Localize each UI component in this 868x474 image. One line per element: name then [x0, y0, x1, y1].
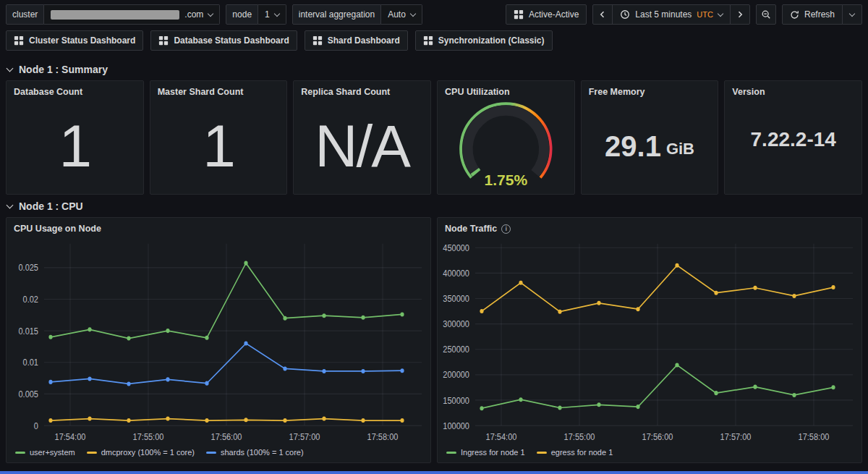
- svg-text:350000: 350000: [443, 293, 469, 304]
- panel-node-traffic: Node Traffic i 1000001500002000002500003…: [437, 217, 862, 463]
- stat-value: N/A: [294, 98, 430, 194]
- panel-title[interactable]: Free Memory: [582, 81, 718, 98]
- svg-text:17:57:00: 17:57:00: [720, 431, 752, 442]
- time-back-button[interactable]: [592, 4, 613, 25]
- active-active-label: Active-Active: [529, 9, 579, 20]
- chart-legend: user+systemdmcproxy (100% = 1 core)shard…: [7, 446, 430, 462]
- svg-text:100000: 100000: [443, 420, 469, 431]
- cpu-gauge: 1.75%: [438, 98, 574, 194]
- chevron-down-icon: [849, 10, 855, 16]
- chevron-down-icon: [7, 65, 14, 72]
- refresh-label: Refresh: [804, 9, 835, 20]
- stat-value: 29.1 GiB: [582, 98, 718, 194]
- legend-item[interactable]: dmcproxy (100% = 1 core): [87, 448, 195, 457]
- chevron-left-icon: [598, 10, 607, 19]
- link-label: Database Status Dashboard: [174, 35, 289, 46]
- chevron-down-icon: [274, 10, 280, 16]
- magnifier-minus-icon: [761, 9, 771, 20]
- svg-text:17:58:00: 17:58:00: [799, 431, 830, 442]
- legend-item[interactable]: shards (100% = 1 core): [206, 448, 304, 457]
- interval-aggregation-select[interactable]: Auto: [381, 4, 422, 25]
- node-select[interactable]: 1: [258, 4, 286, 25]
- link-label: Synchronization (Classic): [438, 35, 545, 46]
- grid-icon: [312, 35, 323, 46]
- link-database-status-dashboard[interactable]: Database Status Dashboard: [150, 30, 297, 51]
- panel-title[interactable]: CPU Utilization: [438, 81, 574, 98]
- svg-text:17:57:00: 17:57:00: [289, 431, 320, 442]
- grid-icon: [514, 9, 524, 20]
- section-summary-header[interactable]: Node 1 : Summary: [0, 58, 868, 80]
- chart-title: CPU Usage on Node: [14, 224, 101, 234]
- svg-text:250000: 250000: [443, 344, 469, 355]
- svg-text:17:55:00: 17:55:00: [564, 431, 595, 442]
- topbar: cluster .com node 1 interval aggregation…: [0, 0, 868, 27]
- cluster-variable: cluster .com: [6, 4, 220, 25]
- svg-text:0.025: 0.025: [18, 263, 38, 274]
- svg-text:300000: 300000: [443, 318, 469, 329]
- refresh-button[interactable]: Refresh: [782, 4, 843, 25]
- legend-color-dash: [15, 452, 25, 454]
- time-forward-button[interactable]: [730, 4, 750, 25]
- svg-text:0.02: 0.02: [23, 294, 39, 305]
- svg-text:17:55:00: 17:55:00: [133, 431, 164, 442]
- panel-title[interactable]: Node Traffic i: [438, 218, 861, 235]
- info-icon[interactable]: i: [501, 224, 511, 234]
- svg-text:17:54:00: 17:54:00: [55, 431, 86, 442]
- link-label: Shard Dashboard: [328, 35, 400, 46]
- panel-replica-shard-count: Replica Shard Count N/A: [293, 80, 431, 195]
- svg-text:17:58:00: 17:58:00: [367, 431, 399, 442]
- chevron-right-icon: [736, 10, 744, 19]
- panel-title[interactable]: CPU Usage on Node: [7, 218, 430, 235]
- panel-title[interactable]: Replica Shard Count: [294, 81, 430, 98]
- svg-text:200000: 200000: [443, 370, 469, 381]
- svg-text:0.01: 0.01: [23, 357, 39, 368]
- interval-aggregation-value: Auto: [388, 9, 406, 20]
- refresh-controls: Refresh: [782, 4, 862, 25]
- legend-item[interactable]: user+system: [15, 448, 75, 457]
- dashboard-links: Cluster Status Dashboard Database Status…: [0, 27, 868, 58]
- legend-color-dash: [537, 452, 547, 454]
- chevron-down-icon: [208, 10, 213, 16]
- refresh-interval-dropdown[interactable]: [842, 4, 862, 25]
- panel-title[interactable]: Database Count: [7, 81, 143, 98]
- chart-title: Node Traffic: [445, 224, 497, 234]
- section-cpu-header[interactable]: Node 1 : CPU: [0, 195, 868, 217]
- cluster-value-suffix: .com: [184, 9, 203, 20]
- summary-panels-row: Database Count 1 Master Shard Count 1 Re…: [0, 80, 868, 195]
- cluster-select[interactable]: .com: [44, 4, 220, 25]
- stat-value: 7.22.2-14: [725, 85, 861, 194]
- stat-value: 1: [7, 98, 143, 194]
- free-memory-unit: GiB: [666, 140, 694, 158]
- link-synchronization-classic[interactable]: Synchronization (Classic): [415, 30, 553, 51]
- chevron-down-icon: [718, 10, 723, 16]
- gauge-value: 1.75%: [438, 172, 574, 189]
- panel-free-memory: Free Memory 29.1 GiB: [581, 80, 719, 195]
- svg-text:17:56:00: 17:56:00: [211, 431, 242, 442]
- legend-item[interactable]: Ingress for node 1: [446, 448, 525, 457]
- svg-text:450000: 450000: [443, 242, 469, 253]
- section-summary-title: Node 1 : Summary: [19, 64, 108, 75]
- legend-label: dmcproxy (100% = 1 core): [101, 448, 195, 457]
- grid-icon: [158, 35, 169, 46]
- svg-text:17:54:00: 17:54:00: [486, 431, 517, 442]
- time-range-picker[interactable]: Last 5 minutes UTC: [612, 4, 731, 25]
- link-shard-dashboard[interactable]: Shard Dashboard: [305, 30, 408, 51]
- bottom-panel-edge: [0, 471, 868, 474]
- cluster-label: cluster: [6, 4, 44, 25]
- clock-icon: [620, 9, 630, 20]
- link-label: Cluster Status Dashboard: [29, 35, 135, 46]
- legend-label: egress for node 1: [551, 448, 613, 457]
- panel-cpu-usage-on-node: CPU Usage on Node 00.0050.010.0150.020.0…: [6, 217, 431, 463]
- svg-text:0: 0: [34, 420, 38, 431]
- node-label: node: [226, 4, 258, 25]
- panel-title[interactable]: Master Shard Count: [150, 81, 287, 98]
- legend-item[interactable]: egress for node 1: [537, 448, 613, 457]
- link-cluster-status-dashboard[interactable]: Cluster Status Dashboard: [6, 30, 143, 51]
- node-traffic-chart: 1000001500002000002500003000003500004000…: [438, 235, 861, 446]
- legend-color-dash: [87, 452, 97, 454]
- active-active-button[interactable]: Active-Active: [506, 4, 587, 25]
- interval-aggregation-label: interval aggregation: [292, 4, 381, 25]
- zoom-out-button[interactable]: [756, 4, 776, 25]
- svg-text:0.015: 0.015: [18, 326, 38, 337]
- legend-label: Ingress for node 1: [461, 448, 525, 457]
